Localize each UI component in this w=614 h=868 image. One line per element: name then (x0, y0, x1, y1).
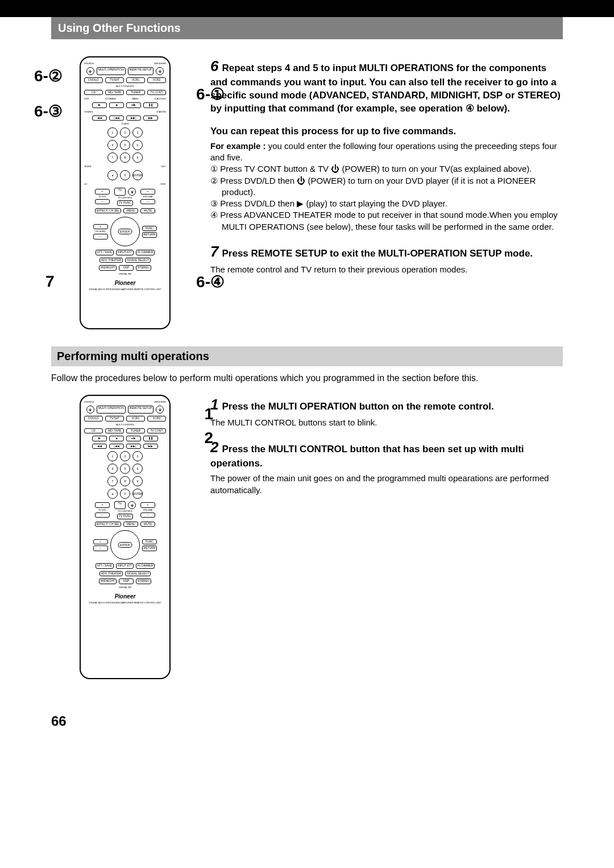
chlevel-plus-2: + (93, 539, 108, 545)
label-receiver-2: RECEIVER (155, 400, 166, 403)
dpad: ENTER (110, 217, 140, 246)
tvcont-button-2: TV CONT (147, 428, 166, 434)
text-column-1: 6Repeat steps 4 and 5 to input MULTI OPE… (210, 56, 563, 329)
tv-button: TV (114, 188, 126, 196)
effect-button-2: EFFECT/ CH SEL (95, 522, 121, 527)
menu-button-2: MENU (123, 522, 138, 527)
num-1: 1 (107, 127, 118, 138)
multi-op-button-2: MULTI OPERATION (97, 406, 126, 414)
num-8-2: 8 (120, 476, 130, 486)
brand-logo: Pioneer (115, 280, 136, 286)
label-digital-nr: DIGITAL NR (119, 273, 131, 275)
label-tvcontrol: TV CONTROL (118, 197, 132, 199)
num-2: 2 (120, 127, 130, 138)
input-att-button-2: INPUT ATT (116, 563, 134, 569)
rewind-button: ◀◀ (92, 115, 107, 121)
num-1-2: 1 (107, 451, 118, 461)
tvcont-button: TV CONT (147, 90, 166, 96)
remote-column-1: 6-② 6-③ 6-① 7 6-④ SOURCERECEIVER ⏻ MULTI… (51, 56, 199, 329)
cd-button: CD (84, 90, 103, 96)
attsave-button-2: ATT / SAVE (96, 563, 114, 569)
label-tvvol: TV VOL (95, 196, 110, 198)
label-storage: STORAGE (105, 97, 117, 100)
enter-num-button: ENTER (132, 170, 143, 180)
label-ld: LD (84, 183, 87, 185)
step-6-heading: Repeat steps 4 and 5 to input MULTI OPER… (210, 63, 561, 114)
callout-6-3: 6-③ (34, 102, 63, 121)
label-source-2: SOURCE (84, 400, 94, 403)
num-9: 9 (132, 152, 143, 163)
fldimmer-button: FL DIMMER (136, 250, 155, 255)
vol-plus-2: + (140, 502, 155, 508)
brand-logo-2: Pioneer (115, 593, 136, 600)
tvvol-minus: – (95, 199, 110, 205)
vol-minus: – (140, 199, 155, 205)
label-class: CLASS (121, 123, 128, 125)
step-6: 6Repeat steps 4 and 5 to input MULTI OPE… (210, 56, 563, 233)
step-7: 7Press REMOTE SETUP to exit the MULTI-OP… (210, 242, 563, 275)
input-att-button: INPUT ATT (116, 250, 134, 255)
midnight-button: MIDNIGHT (99, 265, 117, 271)
dsp-button: DSP (119, 265, 134, 271)
power-source-icon-2: ⏻ (86, 406, 94, 414)
rec-button-2: ●/▶ (126, 436, 141, 441)
midnight-button-2: MIDNIGHT (99, 578, 117, 584)
label-daccess: D.ACCESS (155, 97, 166, 100)
tvvol-plus: + (95, 189, 110, 195)
label-ext: EXT (161, 165, 166, 168)
signal-select-button: SIGNAL SELECT (125, 258, 151, 263)
top-black-bar (0, 0, 614, 17)
pause-button: ❚❚ (143, 102, 158, 108)
label-dvd: DVD (84, 97, 89, 100)
num-7-2: 7 (107, 476, 118, 486)
label-receiver: RECEIVER (155, 62, 166, 65)
num-3-2: 3 (132, 451, 143, 461)
num-7: 7 (107, 152, 118, 163)
example-1: ① Press TV CONT button & TV ⏻ (POWER) to… (210, 163, 563, 175)
label-tuning: TUNING (84, 110, 93, 113)
tvsat-button: TV/SAT (105, 77, 124, 83)
dvdld-button: DVD/LD (84, 77, 103, 83)
chlevel-minus: – (93, 234, 108, 239)
num-3: 3 (132, 127, 143, 138)
step-6-example-intro: For example : For example : you could en… (210, 140, 563, 164)
enter-button-2: ENTER (118, 542, 132, 548)
step-1-body: The MULTI CONTROL buttons start to blink… (210, 417, 563, 428)
vcr2-button: VCR2 (147, 77, 166, 83)
page-number: 66 (0, 702, 614, 746)
rewind-button-2: ◀◀ (92, 444, 107, 449)
num-0: 0 (120, 170, 130, 180)
guide-button-2: ● (107, 489, 118, 499)
callout-2: 2 (204, 429, 213, 447)
num-6: 6 (132, 140, 143, 150)
chlevel-plus: + (93, 224, 108, 230)
remote-diagram-2: SOURCERECEIVER ⏻ MULTI OPERATION REMOTE … (80, 395, 171, 679)
dsp-button-2: DSP (119, 578, 134, 584)
stop-button: ■ (109, 102, 124, 108)
label-band: BAND (132, 97, 138, 100)
model-label-2: DIGITAL MULTI PROCESSING AMPLIFIER REMOT… (89, 602, 161, 604)
num-4-2: 4 (107, 464, 118, 474)
num-5: 5 (120, 140, 130, 150)
remote-column-2: 1 2 SOURCERECEIVER ⏻ MULTI OPERATION REM… (51, 395, 199, 679)
example-4: ④ Press ADVANCED THEATER mode to put rec… (210, 209, 563, 233)
mute-button-2: MUTE (140, 522, 155, 527)
tvvol-minus-2: – (95, 512, 110, 518)
next-button-2: ▶▶| (126, 444, 141, 449)
multi-op-button: MULTI OPERATION (97, 67, 126, 75)
label-tvvol-2: TV VOL (95, 509, 110, 511)
example-2: ② Press DVD/LD then ⏻ (POWER) to turn on… (210, 175, 563, 199)
tvsat-button-2: TV/SAT (105, 416, 124, 421)
tuner-button: TUNER (126, 90, 145, 96)
page-content: Using Other Functions 6-② 6-③ 6-① 7 6-④ … (0, 17, 614, 702)
label-volume-2: VOLUME (140, 509, 155, 511)
step-2-heading: Press the MULTI CONTROL button that has … (210, 444, 524, 469)
guide-button: ● (107, 170, 118, 180)
mdtape-button: MD/ TAPE (105, 90, 124, 96)
label-multi-control: MULTI CONTROL (116, 85, 134, 88)
vol-minus-2: – (140, 512, 155, 518)
step-2-body: The power of the main unit goes on and t… (210, 473, 563, 496)
attsave-button: ATT / SAVE (96, 250, 114, 255)
chlevel-minus-2: – (93, 545, 108, 551)
label-guide: GUIDE (84, 165, 92, 168)
